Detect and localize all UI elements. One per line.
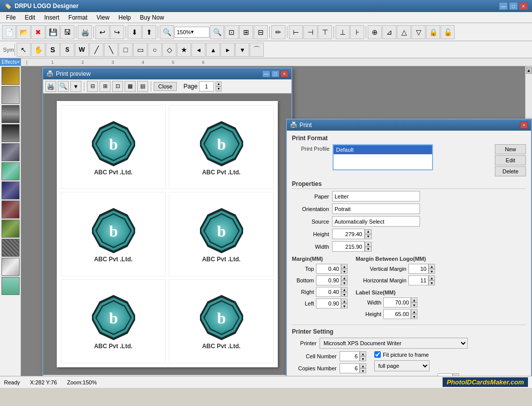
arrow-right-button[interactable]: ▸ — [221, 43, 235, 57]
send-back-button[interactable]: ⊦ — [350, 25, 364, 39]
round-rect-button[interactable]: ▭ — [133, 43, 147, 57]
label-height-down-btn[interactable]: ▼ — [411, 314, 417, 319]
arc-button[interactable]: ⌒ — [250, 43, 264, 57]
flip-h-button[interactable]: ⊿ — [382, 25, 396, 39]
vertical-margin-up-btn[interactable]: ▲ — [429, 264, 435, 269]
pp-page-input[interactable] — [199, 81, 214, 91]
pp-view2-btn[interactable]: ⊞ — [99, 81, 111, 92]
menu-edit[interactable]: Edit — [21, 13, 39, 22]
effect-item-4[interactable] — [2, 124, 20, 142]
pencil-button[interactable]: ✏ — [271, 25, 285, 39]
menu-buynow[interactable]: Buy Now — [136, 13, 168, 22]
label-height-input[interactable] — [383, 309, 411, 319]
effect-item-8[interactable] — [2, 200, 20, 219]
effect-item-2[interactable] — [2, 86, 20, 104]
menu-insert[interactable]: Insert — [40, 13, 63, 22]
align-right-button[interactable]: ⊤ — [318, 25, 332, 39]
pp-close-button[interactable]: Close — [154, 82, 177, 91]
orientation-input[interactable] — [332, 204, 420, 214]
menu-view[interactable]: View — [92, 13, 114, 22]
horizontal-margin-down-btn[interactable]: ▼ — [429, 280, 435, 285]
pp-zoom-btn[interactable]: 🔍 — [58, 81, 69, 92]
cursor-button[interactable]: ╱ — [89, 43, 103, 57]
cell-number-input[interactable] — [340, 351, 360, 361]
arrow-up-button[interactable]: ▴ — [206, 43, 220, 57]
right-input[interactable] — [316, 287, 341, 297]
grid-button[interactable]: ⊟ — [254, 25, 268, 39]
zoom-in-button[interactable]: 🔍 — [160, 25, 174, 39]
effect-item-5[interactable] — [2, 143, 20, 161]
width-input[interactable] — [332, 241, 365, 252]
top-up-btn[interactable]: ▲ — [341, 264, 348, 269]
height-up-btn[interactable]: ▲ — [365, 229, 372, 234]
source-input[interactable] — [332, 216, 420, 227]
profile-default-item[interactable]: Default — [334, 145, 432, 154]
bring-front-button[interactable]: ⊥ — [336, 25, 350, 39]
open-button[interactable]: 📂 — [17, 25, 31, 39]
pp-view4-btn[interactable]: ▦ — [125, 81, 136, 92]
text2-button[interactable]: S — [60, 43, 74, 57]
maximize-button[interactable]: □ — [509, 2, 518, 10]
zoom-actual-button[interactable]: ⊡ — [225, 25, 239, 39]
effect-item-12[interactable] — [2, 277, 20, 295]
lock-button[interactable]: 🔒 — [426, 25, 440, 39]
left-down-btn[interactable]: ▼ — [341, 303, 348, 309]
flip-v-button[interactable]: △ — [397, 25, 411, 39]
bottom-down-btn[interactable]: ▼ — [341, 280, 348, 285]
line-button[interactable]: ╲ — [104, 43, 118, 57]
cell-down-btn[interactable]: ▼ — [360, 356, 366, 361]
new-profile-btn[interactable]: New — [495, 144, 526, 154]
fit-picture-checkbox[interactable] — [374, 351, 381, 358]
cell-up-btn[interactable]: ▲ — [360, 351, 366, 356]
pp-zoom-dropdown-btn[interactable]: ▼ — [70, 81, 81, 92]
ellipse-button[interactable]: ○ — [148, 43, 162, 57]
max-cells-up-btn[interactable]: ▲ — [453, 373, 459, 376]
pp-view3-btn[interactable]: ⊡ — [112, 81, 123, 92]
width-down-btn[interactable]: ▼ — [365, 247, 372, 252]
align-center-button[interactable]: ⊣ — [303, 25, 317, 39]
horizontal-margin-up-btn[interactable]: ▲ — [429, 275, 435, 280]
right-down-btn[interactable]: ▼ — [341, 292, 348, 297]
copies-number-input[interactable] — [340, 363, 360, 373]
right-up-btn[interactable]: ▲ — [341, 287, 348, 292]
pp-minimize-btn[interactable]: — — [262, 70, 270, 77]
menu-help[interactable]: Help — [115, 13, 135, 22]
pp-close-btn[interactable]: × — [280, 70, 288, 77]
pp-maximize-btn[interactable]: □ — [271, 70, 279, 77]
pp-view5-btn[interactable]: ▤ — [137, 81, 148, 92]
wordart-button[interactable]: W — [75, 43, 89, 57]
pp-view1-btn[interactable]: ⊟ — [87, 81, 98, 92]
effect-item-11[interactable] — [2, 258, 20, 276]
close-doc-button[interactable]: ✖ — [31, 25, 45, 39]
effect-item-7[interactable] — [2, 181, 20, 199]
save-as-button[interactable]: 🖫 — [60, 25, 74, 39]
print-button[interactable]: 🖨️ — [78, 25, 92, 39]
export-button[interactable]: ⬆ — [142, 25, 156, 39]
save-button[interactable]: 💾 — [46, 25, 60, 39]
paper-input[interactable] — [332, 191, 420, 201]
text-button[interactable]: S — [46, 43, 60, 57]
profile-list[interactable]: Default — [333, 144, 433, 170]
effect-item-3[interactable] — [2, 105, 20, 123]
label-height-up-btn[interactable]: ▲ — [411, 309, 417, 314]
undo-button[interactable]: ↩ — [95, 25, 110, 39]
star-button[interactable]: ★ — [177, 43, 191, 57]
top-down-btn[interactable]: ▼ — [341, 269, 348, 274]
new-button[interactable]: 📄 — [2, 25, 16, 39]
delete-profile-btn[interactable]: Delete — [495, 166, 526, 176]
left-up-btn[interactable]: ▲ — [341, 298, 348, 303]
bottom-up-btn[interactable]: ▲ — [341, 275, 348, 280]
zoom-out-button[interactable]: 🔍 — [210, 25, 224, 39]
arrow-down-button[interactable]: ▾ — [235, 43, 249, 57]
zoom-select[interactable]: 150%▾ — [174, 27, 209, 38]
scroll-up-btn[interactable]: ▲ — [526, 67, 532, 74]
pp-page-down-btn[interactable]: ▼ — [216, 86, 222, 91]
top-input[interactable] — [316, 264, 341, 274]
full-page-select[interactable]: full page — [374, 360, 430, 371]
pp-print-icon-btn[interactable]: 🖨️ — [45, 81, 56, 92]
effect-item-1[interactable] — [2, 67, 20, 85]
vertical-margin-input[interactable] — [408, 264, 429, 274]
down-button[interactable]: ▽ — [411, 25, 425, 39]
horizontal-margin-input[interactable] — [408, 275, 429, 285]
left-input[interactable] — [316, 298, 341, 309]
